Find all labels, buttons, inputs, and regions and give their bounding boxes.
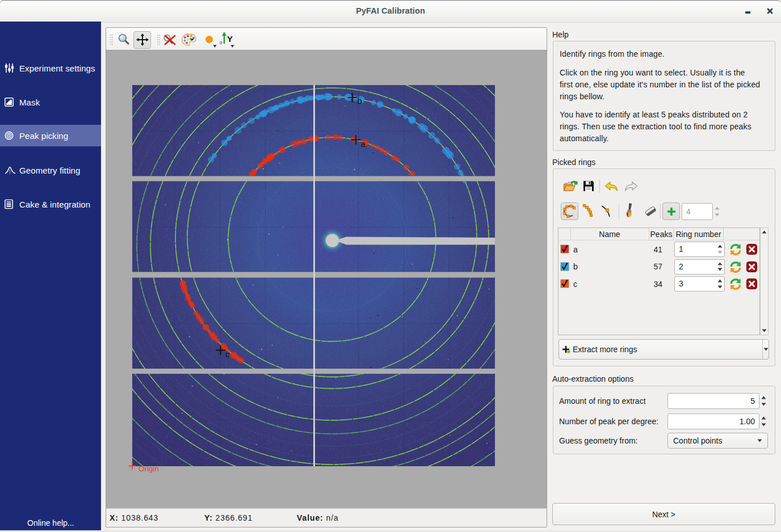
svg-text:0: 0 — [220, 40, 222, 45]
svg-text:Origin: Origin — [138, 465, 159, 473]
svg-text:a: a — [361, 139, 366, 149]
svg-text:b: b — [358, 96, 362, 105]
svg-text:c: c — [225, 349, 230, 359]
svg-text:Y: Y — [227, 34, 233, 44]
